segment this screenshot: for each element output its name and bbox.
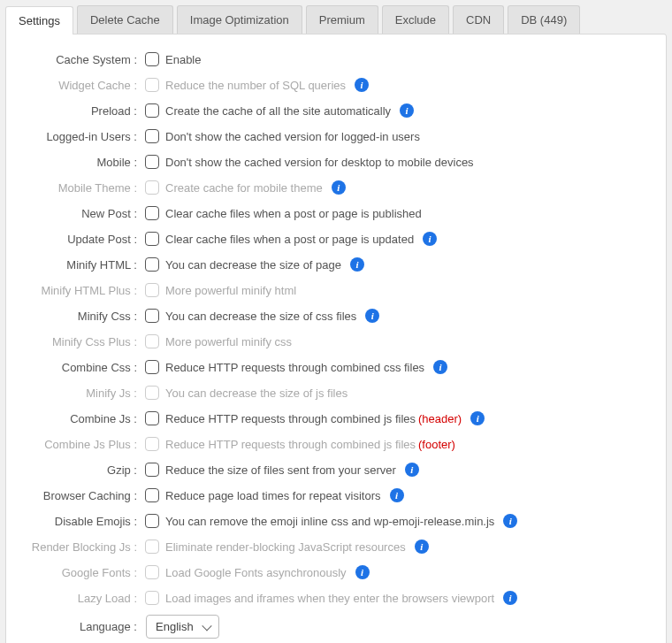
info-icon-combine-css[interactable]: i: [433, 360, 447, 374]
tab-settings[interactable]: Settings: [5, 6, 73, 34]
desc-text-browser-caching: Reduce page load times for repeat visito…: [165, 489, 381, 502]
info-icon-lazy-load[interactable]: i: [503, 591, 517, 605]
checkbox-wrap-combine-js: [142, 411, 162, 425]
desc-lazy-load: Load images and iframes when they enter …: [162, 592, 494, 605]
row-minify-js: Minify Js :You can decrease the size of …: [27, 384, 645, 402]
checkbox-wrap-lazy-load: [142, 591, 162, 605]
tab-exclude[interactable]: Exclude: [382, 5, 449, 34]
desc-text-disable-emojis: You can remove the emoji inline css and …: [165, 515, 494, 528]
suffix-combine-js: (header): [418, 412, 462, 425]
checkbox-wrap-render-blocking-js: [142, 540, 162, 554]
row-disable-emojis: Disable Emojis :You can remove the emoji…: [27, 512, 645, 530]
row-widget-cache: Widget Cache :Reduce the number of SQL q…: [27, 76, 645, 94]
label-mobile-theme: Mobile Theme :: [27, 181, 142, 195]
desc-text-minify-js: You can decrease the size of js files: [165, 387, 347, 400]
row-minify-html-plus: Minify HTML Plus :More powerful minify h…: [27, 281, 645, 299]
info-icon-google-fonts[interactable]: i: [355, 565, 370, 579]
desc-new-post: Clear cache files when a post or page is…: [162, 207, 422, 220]
tab-cdn[interactable]: CDN: [453, 5, 504, 34]
desc-text-logged-in-users: Don't show the cached version for logged…: [165, 130, 420, 143]
desc-mobile-theme: Create cache for mobile theme: [162, 181, 323, 195]
label-update-post: Update Post :: [27, 233, 142, 246]
info-icon-minify-html[interactable]: i: [350, 257, 364, 272]
info-icon-mobile-theme[interactable]: i: [332, 180, 346, 195]
desc-text-mobile: Don't show the cached version for deskto…: [165, 156, 474, 169]
checkbox-wrap-gzip: [142, 463, 162, 477]
checkbox-new-post[interactable]: [145, 206, 159, 220]
label-combine-js: Combine Js :: [27, 412, 142, 425]
checkbox-wrap-mobile-theme: [142, 180, 162, 195]
checkbox-wrap-cache-system: [142, 52, 162, 66]
info-icon-minify-css[interactable]: i: [365, 309, 379, 323]
label-cache-system: Cache System :: [27, 53, 142, 66]
checkbox-wrap-logged-in-users: [142, 129, 162, 143]
info-icon-combine-js[interactable]: i: [470, 411, 485, 425]
desc-widget-cache: Reduce the number of SQL queries: [162, 79, 346, 92]
info-icon-preload[interactable]: i: [400, 103, 414, 118]
checkbox-mobile[interactable]: [145, 155, 159, 169]
checkbox-wrap-minify-css-plus: [142, 334, 162, 348]
checkbox-cache-system[interactable]: [145, 52, 159, 66]
checkbox-disable-emojis[interactable]: [145, 514, 159, 528]
tab-db-449[interactable]: DB (449): [508, 5, 580, 34]
label-combine-css: Combine Css :: [27, 361, 142, 374]
desc-minify-js: You can decrease the size of js files: [162, 387, 347, 400]
checkbox-preload[interactable]: [145, 103, 159, 118]
row-minify-html: Minify HTML :You can decrease the size o…: [27, 256, 645, 273]
desc-preload: Create the cache of all the site automat…: [162, 104, 391, 118]
desc-text-minify-css-plus: More powerful minify css: [165, 335, 292, 348]
tab-image-optimization[interactable]: Image Optimization: [177, 5, 302, 34]
row-mobile-theme: Mobile Theme :Create cache for mobile th…: [27, 179, 645, 196]
language-select-wrap: English: [142, 615, 219, 639]
info-icon-render-blocking-js[interactable]: i: [415, 540, 429, 554]
row-cache-system: Cache System :Enable: [27, 50, 645, 68]
row-new-post: New Post :Clear cache files when a post …: [27, 204, 645, 222]
label-widget-cache: Widget Cache :: [27, 79, 142, 92]
desc-cache-system: Enable: [162, 53, 201, 66]
checkbox-minify-html[interactable]: [145, 257, 159, 272]
label-mobile: Mobile :: [27, 156, 142, 169]
checkbox-logged-in-users[interactable]: [145, 129, 159, 143]
info-icon-widget-cache[interactable]: i: [355, 78, 369, 92]
label-render-blocking-js: Render Blocking Js :: [27, 540, 142, 554]
desc-text-combine-js-plus: Reduce HTTP requests through combined js…: [165, 438, 416, 451]
checkbox-minify-css[interactable]: [145, 309, 159, 323]
info-icon-gzip[interactable]: i: [405, 463, 419, 477]
desc-text-minify-html-plus: More powerful minify html: [165, 284, 296, 297]
checkbox-wrap-combine-css: [142, 360, 162, 374]
checkbox-render-blocking-js: [145, 540, 159, 554]
tab-premium[interactable]: Premium: [306, 5, 378, 34]
checkbox-combine-js[interactable]: [145, 411, 159, 425]
checkbox-browser-caching[interactable]: [145, 488, 159, 502]
checkbox-wrap-combine-js-plus: [142, 437, 162, 451]
info-icon-disable-emojis[interactable]: i: [503, 514, 517, 528]
info-icon-update-post[interactable]: i: [423, 232, 437, 246]
row-lazy-load: Lazy Load :Load images and iframes when …: [27, 589, 645, 607]
desc-minify-html: You can decrease the size of page: [162, 258, 341, 272]
label-minify-html-plus: Minify HTML Plus :: [27, 284, 142, 297]
row-logged-in-users: Logged-in Users :Don't show the cached v…: [27, 127, 645, 145]
checkbox-wrap-mobile: [142, 155, 162, 169]
desc-gzip: Reduce the size of files sent from your …: [162, 463, 396, 477]
checkbox-wrap-minify-html: [142, 257, 162, 272]
row-minify-css-plus: Minify Css Plus :More powerful minify cs…: [27, 333, 645, 350]
language-select[interactable]: English: [146, 615, 219, 639]
row-google-fonts: Google Fonts :Load Google Fonts asynchro…: [27, 563, 645, 581]
desc-text-update-post: Clear cache files when a post or page is…: [165, 233, 414, 246]
checkbox-lazy-load: [145, 591, 159, 605]
row-browser-caching: Browser Caching :Reduce page load times …: [27, 486, 645, 504]
label-gzip: Gzip :: [27, 463, 142, 477]
checkbox-update-post[interactable]: [145, 232, 159, 246]
checkbox-combine-css[interactable]: [145, 360, 159, 374]
info-icon-browser-caching[interactable]: i: [390, 488, 404, 502]
row-combine-css: Combine Css :Reduce HTTP requests throug…: [27, 358, 645, 376]
desc-disable-emojis: You can remove the emoji inline css and …: [162, 515, 494, 528]
desc-combine-js-plus: Reduce HTTP requests through combined js…: [162, 438, 455, 451]
desc-text-cache-system: Enable: [165, 53, 201, 66]
label-minify-html: Minify HTML :: [27, 258, 142, 272]
checkbox-gzip[interactable]: [145, 463, 159, 477]
label-logged-in-users: Logged-in Users :: [27, 130, 142, 143]
checkbox-mobile-theme: [145, 180, 159, 195]
row-gzip: Gzip :Reduce the size of files sent from…: [27, 461, 645, 478]
tab-delete-cache[interactable]: Delete Cache: [77, 5, 173, 34]
